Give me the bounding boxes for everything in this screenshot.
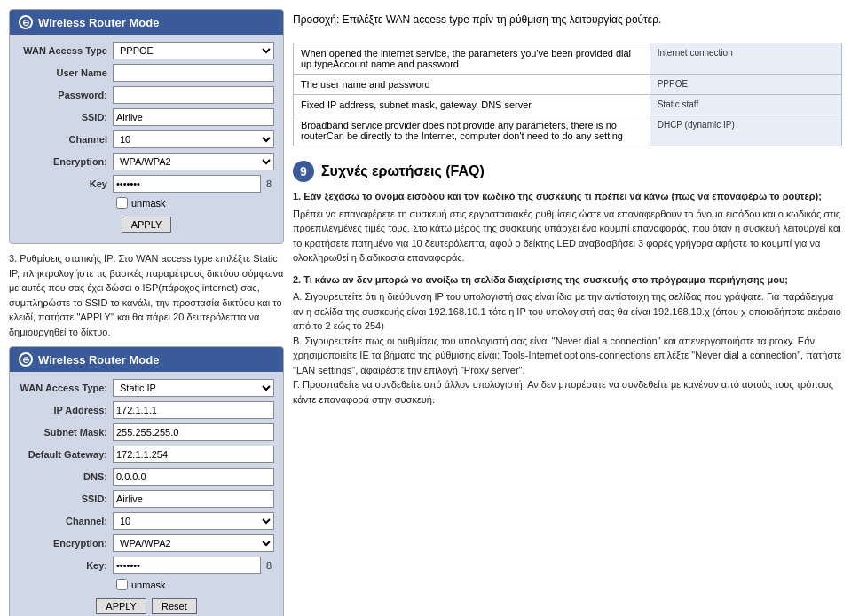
- ssid-label: SSID:: [19, 112, 107, 122]
- wan-label: WAN Access Type: [19, 45, 107, 56]
- table-row: When opened the internet service, the pa…: [294, 43, 842, 75]
- table-row: Fixed IP address, subnet mask, gateway, …: [294, 95, 842, 115]
- table-cell-right-0: Internet connection: [650, 43, 841, 75]
- channel-select[interactable]: 10: [113, 130, 274, 148]
- info-table: When opened the internet service, the pa…: [293, 43, 842, 146]
- encryption-row: Encryption: WPA/WPA2: [19, 153, 274, 170]
- b-key-row: Key: 8: [19, 557, 274, 574]
- faq-body: 1. Εάν ξεχάσω το όνομα εισόδου και τον κ…: [293, 189, 842, 407]
- faq-title: 9 Συχνές ερωτήσεις (FAQ): [293, 161, 842, 182]
- table-cell-left-0: When opened the internet service, the pa…: [294, 43, 650, 75]
- top-router-form: WAN Access Type PPPOE User Name Password…: [10, 35, 283, 243]
- wan-access-row: WAN Access Type PPPOE: [19, 42, 274, 59]
- username-row: User Name: [19, 64, 274, 82]
- table-cell-right-3: DHCP (dynamic IP): [650, 115, 841, 146]
- faq-q1: 1. Εάν ξεχάσω το όνομα εισόδου και τον κ…: [293, 189, 842, 204]
- username-label: User Name: [19, 67, 107, 78]
- key-label: Key: [19, 178, 107, 189]
- top-apply-button[interactable]: APPLY: [122, 217, 172, 233]
- b-channel-select[interactable]: 10: [113, 512, 274, 530]
- b-dns-input[interactable]: [113, 468, 274, 486]
- b-ip-input[interactable]: [113, 401, 274, 419]
- b-wan-row: WAN Access Type: Static IP: [19, 379, 274, 397]
- top-form-buttons: APPLY: [19, 213, 274, 236]
- unmask-label: unmask: [131, 198, 166, 209]
- password-input[interactable]: [113, 86, 274, 104]
- table-cell-right-2: Static staff: [650, 95, 841, 115]
- bottom-router-header: ⊖ Wireless Router Mode: [10, 347, 283, 372]
- ssid-input[interactable]: [113, 108, 274, 126]
- b-encryption-select[interactable]: WPA/WPA2: [113, 534, 274, 552]
- password-label: Password:: [19, 90, 107, 100]
- static-ip-info-text: 3. Ρυθμίσεις στατικής IP: Στο WAN access…: [9, 251, 284, 339]
- b-ip-label: IP Address:: [19, 405, 107, 415]
- key-length: 8: [264, 178, 274, 189]
- right-column: Προσοχή: Επιλέξτε WAN access type πρίν τ…: [293, 9, 842, 616]
- key-input[interactable]: [113, 175, 261, 193]
- b-dns-label: DNS:: [19, 471, 107, 482]
- table-row: Broadband service provider does not prov…: [294, 115, 842, 146]
- b-ssid-input[interactable]: [113, 490, 274, 508]
- unmask-row: unmask: [19, 197, 274, 209]
- channel-row: Channel 10: [19, 130, 274, 148]
- b-unmask-label: unmask: [131, 580, 166, 590]
- bottom-router-title: Wireless Router Mode: [38, 353, 159, 367]
- bottom-router-box: ⊖ Wireless Router Mode WAN Access Type: …: [9, 346, 284, 616]
- b-gateway-row: Default Gateway:: [19, 446, 274, 463]
- key-input-group: 8: [113, 175, 274, 193]
- table-cell-left-1: The user name and password: [294, 75, 650, 95]
- table-cell-left-3: Broadband service provider does not prov…: [294, 115, 650, 146]
- faq-title-text: Συχνές ερωτήσεις (FAQ): [321, 163, 485, 179]
- b-gateway-label: Default Gateway:: [19, 449, 107, 460]
- table-cell-left-2: Fixed IP address, subnet mask, gateway, …: [294, 95, 650, 115]
- faq-a2: Α. Σιγουρευτείτε ότι η διεύθυνση IP του …: [293, 289, 842, 407]
- b-subnet-label: Subnet Mask:: [19, 427, 107, 438]
- channel-label: Channel: [19, 134, 107, 145]
- warning-text: Προσοχή: Επιλέξτε WAN access type πρίν τ…: [293, 9, 842, 30]
- left-column: ⊖ Wireless Router Mode WAN Access Type P…: [9, 9, 284, 616]
- b-gateway-input[interactable]: [113, 446, 274, 463]
- table-row: The user name and password PPPOE: [294, 75, 842, 95]
- bottom-router-icon: ⊖: [19, 352, 33, 367]
- b-subnet-row: Subnet Mask:: [19, 423, 274, 441]
- faq-number: 9: [293, 161, 314, 182]
- key-row: Key 8: [19, 175, 274, 193]
- bottom-router-form: WAN Access Type: Static IP IP Address: S…: [10, 372, 283, 616]
- b-encryption-label: Encryption:: [19, 538, 107, 549]
- table-cell-right-1: PPPOE: [650, 75, 841, 95]
- bottom-reset-button[interactable]: Reset: [152, 598, 197, 614]
- top-router-title: Wireless Router Mode: [38, 16, 159, 29]
- router-icon: ⊖: [19, 15, 33, 29]
- faq-section: 9 Συχνές ερωτήσεις (FAQ) 1. Εάν ξεχάσω τ…: [293, 161, 842, 414]
- faq-a1: Πρέπει να επαναφέρετε τη συσκευή στις ερ…: [293, 207, 842, 265]
- b-wan-label: WAN Access Type:: [19, 383, 107, 393]
- b-ip-row: IP Address:: [19, 401, 274, 419]
- b-channel-label: Channel:: [19, 516, 107, 526]
- b-wan-select[interactable]: Static IP: [113, 379, 274, 397]
- b-key-input[interactable]: [113, 557, 261, 574]
- b-ssid-row: SSID:: [19, 490, 274, 508]
- ssid-row: SSID:: [19, 108, 274, 126]
- b-encryption-row: Encryption: WPA/WPA2: [19, 534, 274, 552]
- top-router-header: ⊖ Wireless Router Mode: [10, 10, 283, 35]
- b-unmask-checkbox[interactable]: [116, 579, 128, 590]
- bottom-apply-button[interactable]: APPLY: [96, 598, 146, 614]
- b-subnet-input[interactable]: [113, 423, 274, 441]
- b-dns-row: DNS:: [19, 468, 274, 486]
- b-channel-row: Channel: 10: [19, 512, 274, 530]
- bottom-form-buttons: APPLY Reset: [19, 595, 274, 616]
- b-key-label: Key:: [19, 560, 107, 571]
- encryption-label: Encryption:: [19, 156, 107, 167]
- b-key-input-group: 8: [113, 557, 274, 574]
- faq-q2: 2. Τι κάνω αν δεν μπορώ να ανοίξω τη σελ…: [293, 272, 842, 288]
- wan-select[interactable]: PPPOE: [113, 42, 274, 59]
- password-row: Password:: [19, 86, 274, 104]
- encryption-select[interactable]: WPA/WPA2: [113, 153, 274, 170]
- username-input[interactable]: [113, 64, 274, 82]
- b-ssid-label: SSID:: [19, 494, 107, 504]
- b-key-length: 8: [264, 560, 274, 571]
- b-unmask-row: unmask: [19, 579, 274, 590]
- unmask-checkbox[interactable]: [116, 197, 128, 209]
- top-router-box: ⊖ Wireless Router Mode WAN Access Type P…: [9, 9, 284, 244]
